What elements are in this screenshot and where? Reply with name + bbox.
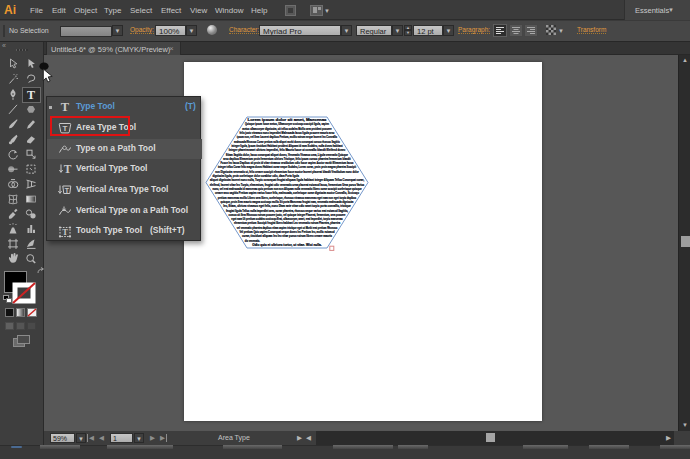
svg-text:T: T	[61, 100, 70, 114]
svg-text:aliquet dignissim laoreet nunc: aliquet dignissim laoreet nunc nulla, Tu…	[210, 178, 364, 182]
svg-text:T: T	[27, 88, 35, 102]
svg-text:T: T	[64, 164, 72, 176]
svg-text:elementum pretium Suscipit feu: elementum pretium Suscipit feugiat liber…	[234, 221, 340, 225]
svg-text:ipsum non, vel Sem Laoreet dap: ipsum non, vel Sem Laoreet dapibus Preti…	[237, 135, 337, 139]
svg-text:Odio quis et ultrices tortor,: Odio quis et ultrices tortor, ut vitae. …	[252, 243, 322, 247]
svg-text:T: T	[62, 227, 68, 237]
svg-text:T: T	[65, 187, 70, 194]
